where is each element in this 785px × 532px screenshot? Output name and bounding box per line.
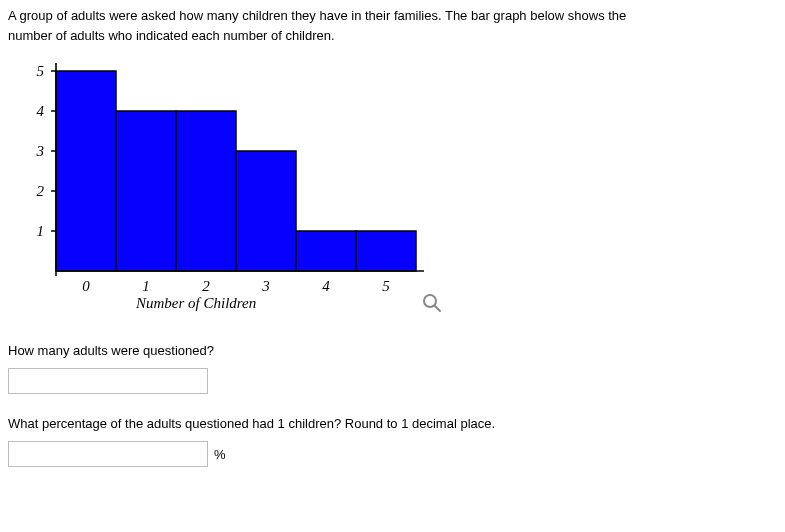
magnify-icon[interactable] [422, 293, 442, 313]
question-2: What percentage of the adults questioned… [8, 416, 777, 431]
svg-line-7 [435, 306, 441, 312]
xtick-label: 2 [202, 278, 210, 294]
intro-line-2: number of adults who indicated each numb… [8, 28, 335, 43]
answer-1-input[interactable] [8, 368, 208, 394]
xtick-label: 3 [261, 278, 270, 294]
ytick-label: 1 [37, 223, 45, 239]
x-axis-label: Number of Children [136, 295, 256, 312]
question-1: How many adults were questioned? [8, 343, 777, 358]
bars-group [56, 71, 416, 271]
ytick-label: 2 [37, 183, 45, 199]
ytick-label: 5 [37, 63, 45, 79]
percent-label: % [214, 447, 226, 462]
bar-2 [176, 111, 236, 271]
xtick-label: 5 [382, 278, 390, 294]
bar-4 [296, 231, 356, 271]
xtick-label: 1 [142, 278, 150, 294]
ytick-label: 3 [36, 143, 45, 159]
chart-svg: 12345 012345 [16, 51, 456, 321]
intro-line-1: A group of adults were asked how many ch… [8, 8, 626, 23]
intro-text: A group of adults were asked how many ch… [8, 6, 777, 45]
bar-5 [356, 231, 416, 271]
y-ticks: 12345 [36, 63, 57, 239]
xtick-label: 4 [322, 278, 330, 294]
xtick-label: 0 [82, 278, 90, 294]
bar-0 [56, 71, 116, 271]
bar-chart: 12345 012345 Number of Children [16, 51, 456, 321]
bar-3 [236, 151, 296, 271]
ytick-label: 4 [37, 103, 45, 119]
answer-2-input[interactable] [8, 441, 208, 467]
bar-1 [116, 111, 176, 271]
x-ticks: 012345 [56, 271, 390, 294]
